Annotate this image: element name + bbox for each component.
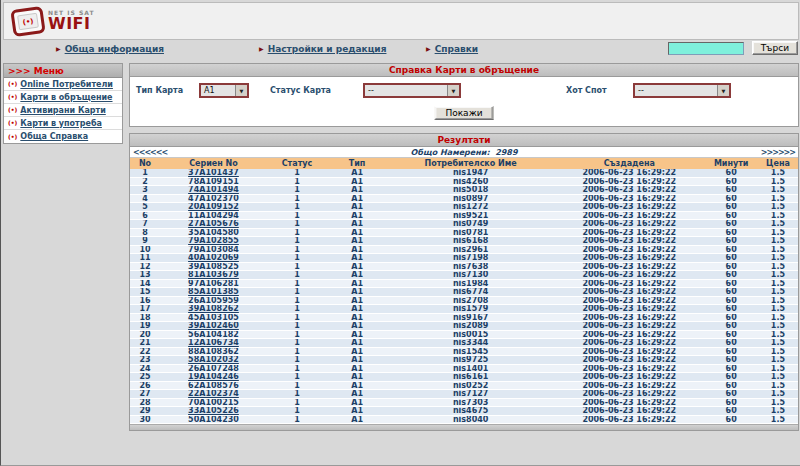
cell-created: 2006-06-23 16:29:22 xyxy=(554,305,704,314)
hotspot-select[interactable]: -- ▼ xyxy=(633,83,731,98)
cell-serial: 78A109151 xyxy=(160,177,267,186)
serial-link[interactable]: 88A108362 xyxy=(188,347,239,356)
serial-link[interactable]: 39A108525 xyxy=(188,262,239,271)
table-row: 835A1045801A1nis07812006-06-23 16:29:226… xyxy=(130,228,798,237)
serial-link[interactable]: 70A100215 xyxy=(188,398,239,407)
cell-price: 1.5 xyxy=(758,373,798,382)
cell-created: 2006-06-23 16:29:22 xyxy=(554,211,704,220)
nav-item-reports[interactable]: ▶ Справки xyxy=(426,44,478,54)
cell-minutes: 60 xyxy=(704,398,757,407)
card-type-label: Тип Карта xyxy=(136,86,183,95)
cell-minutes: 60 xyxy=(704,262,757,271)
cell-username: nis1272 xyxy=(387,203,554,212)
cell-price: 1.5 xyxy=(758,415,798,424)
table-row: 1239A1085251A1nis76382006-06-23 16:29:22… xyxy=(130,262,798,271)
serial-link[interactable]: 26A105959 xyxy=(188,296,239,305)
show-button[interactable]: Покажи xyxy=(434,106,493,120)
cell-price: 1.5 xyxy=(758,330,798,339)
serial-link[interactable]: 20A109152 xyxy=(188,203,239,212)
serial-link[interactable]: 81A103679 xyxy=(188,271,239,280)
serial-link[interactable]: 97A106281 xyxy=(188,279,239,288)
cell-no: 2 xyxy=(130,177,160,186)
cell-status: 1 xyxy=(267,305,327,314)
serial-link[interactable]: 35A104580 xyxy=(188,228,239,237)
cell-price: 1.5 xyxy=(758,364,798,373)
search-button[interactable]: Търси xyxy=(752,41,798,55)
card-status-select[interactable]: -- ▼ xyxy=(363,83,461,98)
table-row: 520A1091521A1nis12722006-06-23 16:29:226… xyxy=(130,203,798,212)
sidebar-item-cards-in-use[interactable]: (•) Карти в употреба xyxy=(4,117,122,130)
sidebar-item-cards-circulation[interactable]: (•) Карти в обръщение xyxy=(4,91,122,104)
cell-username: nis8040 xyxy=(387,415,554,424)
serial-link[interactable]: 11A104294 xyxy=(188,211,239,220)
cell-status: 1 xyxy=(267,313,327,322)
cell-username: nis6774 xyxy=(387,288,554,297)
cell-no: 20 xyxy=(130,330,160,339)
column-header-price: Цена xyxy=(758,158,798,169)
cell-username: nis1401 xyxy=(387,364,554,373)
serial-link[interactable]: 40A102069 xyxy=(188,254,239,263)
pager-next-link[interactable]: >>>>>> xyxy=(761,148,795,157)
table-row: 1585A1013851A1nis67742006-06-23 16:29:22… xyxy=(130,288,798,297)
serial-link[interactable]: 12A106734 xyxy=(188,339,239,348)
cell-status: 1 xyxy=(267,356,327,365)
table-row: 2519A1042461A1nis61612006-06-23 16:29:22… xyxy=(130,373,798,382)
serial-link[interactable]: 85A101385 xyxy=(188,288,239,297)
cell-price: 1.5 xyxy=(758,356,798,365)
cell-created: 2006-06-23 16:29:22 xyxy=(554,288,704,297)
serial-link[interactable]: 50A104230 xyxy=(188,415,239,424)
cell-serial: 22A102374 xyxy=(160,390,267,399)
cell-username: nis1947 xyxy=(387,169,554,177)
serial-link[interactable]: 39A102460 xyxy=(188,322,239,331)
serial-link[interactable]: 56A104182 xyxy=(188,330,239,339)
serial-link[interactable]: 27A105676 xyxy=(188,220,239,229)
serial-link[interactable]: 79A102855 xyxy=(188,237,239,246)
search-input[interactable] xyxy=(668,42,744,55)
serial-link[interactable]: 45A103105 xyxy=(188,313,239,322)
table-row: 1140A1020691A1nis71982006-06-23 16:29:22… xyxy=(130,254,798,263)
cell-no: 10 xyxy=(130,245,160,254)
serial-link[interactable]: 22A102374 xyxy=(188,390,239,399)
total-found: Общо Намерени: 2989 xyxy=(411,148,518,157)
serial-link[interactable]: 37A101437 xyxy=(188,169,239,177)
cell-username: nis7198 xyxy=(387,254,554,263)
cell-no: 27 xyxy=(130,390,160,399)
cell-serial: 40A102069 xyxy=(160,254,267,263)
sidebar-item-activated-cards[interactable]: (•) Активирани Карти xyxy=(4,104,122,117)
serial-link[interactable]: 74A101494 xyxy=(188,186,239,195)
card-type-select[interactable]: A1 ▼ xyxy=(199,83,249,98)
search-area: Търси xyxy=(668,41,798,55)
sidebar-item-online-users[interactable]: (•) Online Потребители xyxy=(4,78,122,91)
serial-link[interactable]: 62A108576 xyxy=(188,381,239,390)
serial-link[interactable]: 19A104246 xyxy=(188,373,239,382)
cell-no: 22 xyxy=(130,347,160,356)
pager-prev-link[interactable]: <<<<<< xyxy=(133,148,167,157)
cell-created: 2006-06-23 16:29:22 xyxy=(554,356,704,365)
serial-link[interactable]: 39A108262 xyxy=(188,305,239,314)
sidebar-item-general-report[interactable]: (•) Обща Справка xyxy=(4,130,122,143)
serial-link[interactable]: 33A105226 xyxy=(188,407,239,416)
serial-link[interactable]: 26A107248 xyxy=(188,364,239,373)
cell-minutes: 60 xyxy=(704,245,757,254)
cell-no: 13 xyxy=(130,271,160,280)
cell-serial: 56A104182 xyxy=(160,330,267,339)
cell-status: 1 xyxy=(267,271,327,280)
cell-no: 6 xyxy=(130,211,160,220)
nav-item-settings-edit[interactable]: ▶ Настройки и редакция xyxy=(259,44,386,54)
serial-link[interactable]: 78A109151 xyxy=(188,177,239,186)
table-row: 2426A1072481A1nis14012006-06-23 16:29:22… xyxy=(130,364,798,373)
serial-link[interactable]: 79A103084 xyxy=(188,245,239,254)
cell-minutes: 60 xyxy=(704,390,757,399)
serial-link[interactable]: 47A102370 xyxy=(188,194,239,203)
cell-created: 2006-06-23 16:29:22 xyxy=(554,279,704,288)
wifi-bullet-icon: (•) xyxy=(8,94,17,100)
serial-link[interactable]: 58A102032 xyxy=(188,356,239,365)
cell-username: nis7638 xyxy=(387,262,554,271)
cell-status: 1 xyxy=(267,330,327,339)
cell-created: 2006-06-23 16:29:22 xyxy=(554,186,704,195)
nav-item-general-info[interactable]: ▶ Обща информация xyxy=(56,44,164,54)
cell-serial: 79A102855 xyxy=(160,237,267,246)
cell-price: 1.5 xyxy=(758,169,798,177)
brand-title: WIFI xyxy=(48,16,95,32)
cell-minutes: 60 xyxy=(704,228,757,237)
